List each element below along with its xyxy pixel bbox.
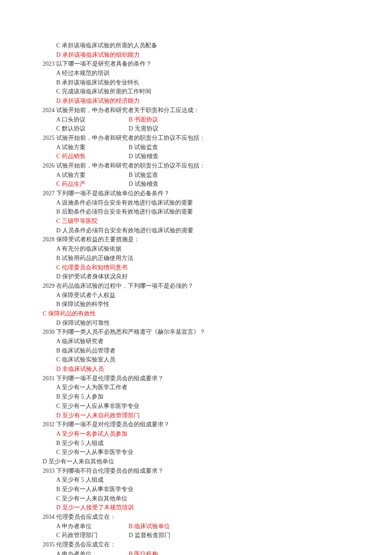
option-text: 承担该项临床试验的专业特长	[62, 79, 139, 86]
option-text: 药品生产	[62, 181, 86, 187]
option-label: D	[129, 532, 135, 538]
question-line: 2027 下列哪一项不是临床试验单位的必备条件？	[43, 189, 358, 198]
option-text: 至少有一人为医学工作者	[62, 384, 127, 390]
option-label: A	[56, 292, 62, 298]
option: D 监督检查部门	[129, 531, 170, 540]
question-line: 2033 下列哪项不符合伦理委员会的组成要求？	[43, 466, 358, 476]
option-label: A	[56, 477, 62, 483]
option-text: 书面协议	[134, 116, 158, 123]
option-text: 三级甲等医院	[62, 218, 98, 224]
option-text: 承担该项临床试验的经济能力	[62, 98, 140, 104]
option: B 至少有一人从事非医学专业	[43, 485, 358, 494]
option: A 申办者单位	[56, 549, 129, 555]
question-number: 2031	[43, 375, 56, 382]
question-text: 伦理委员会应成立在：	[56, 514, 116, 520]
option-row: C 药品销售D 试验稽查	[43, 152, 358, 161]
option: A 申办者单位	[56, 522, 129, 531]
question-number: 2030	[43, 329, 56, 335]
option-label: B	[56, 393, 62, 400]
option-label: C	[56, 88, 62, 95]
option-row: C 药品生产D 试验稽查	[43, 179, 358, 189]
option-label: B	[56, 255, 62, 261]
option-label: C	[56, 495, 62, 502]
option-label: C	[56, 449, 62, 455]
option-label: B	[129, 551, 134, 555]
option: C 至少有一人应从事非医学专业	[43, 402, 358, 411]
option: D 试验稽查	[129, 179, 159, 189]
option: B 试验监查	[129, 171, 158, 180]
question-text: 试验开始前，申办者和研究者的职责分工协议不应包括：	[56, 135, 205, 141]
option-row: A 申办者单位B 临床试验单位	[43, 522, 358, 531]
question-line: 2030 下列哪一类人员不必熟悉和严格遵守《赫尔辛基宣言》？	[43, 327, 358, 337]
option-text: 试验用药品的正确使用方法	[62, 255, 133, 261]
option: D 至少有一人来自药政管理部门	[43, 411, 358, 420]
option-text: 后勤条件必须符合安全有效地进行临床试验的需要	[62, 208, 193, 215]
option-text: 完成该项临床试验所需的工作时间	[62, 88, 151, 95]
option: D 保障试验的可靠性	[43, 318, 358, 328]
option-label: B	[56, 208, 62, 215]
option: D 人员条件必须符合安全有效地进行临床试验的需要	[43, 226, 358, 235]
question-line: 2035 伦理委员会应成立在：	[43, 540, 358, 549]
option-text: 临床试验单位	[134, 523, 170, 529]
option-text: 至少有一名参试人员参加	[62, 431, 127, 437]
option-label: D	[56, 227, 62, 234]
question-number: 2025	[43, 135, 56, 141]
option: B 保障试验的科学性	[43, 300, 358, 309]
option-text: 人员条件必须符合安全有效地进行临床试验的需要	[62, 227, 193, 234]
option-text: 至少有一人来自其他单位	[62, 495, 127, 502]
question-text: 下列哪一项不是对伦理委员会的组成要求？	[56, 421, 170, 428]
question-text: 下列哪项不符合伦理委员会的组成要求？	[56, 468, 164, 474]
option: C 承担该项临床试验的所需的人员配备	[43, 41, 358, 50]
question-text: 下列哪一类人员不必熟悉和严格遵守《赫尔辛基宣言》？	[56, 329, 205, 335]
option-text: 试验方案	[62, 144, 86, 150]
option-row: C 默认协议D 无需协议	[43, 124, 358, 133]
question-text: 下列哪一项不是临床试验单位的必备条件？	[56, 190, 170, 197]
option: A 保障受试者个人权益	[43, 291, 358, 300]
question-line: 2023 以下哪一项不是研究者具备的条件？	[43, 59, 358, 69]
option: A 有充分的临床试验依据	[43, 244, 358, 254]
option: C 药品生产	[56, 179, 129, 189]
option: D 试验稽查	[129, 152, 159, 161]
question-number: 2033	[43, 468, 56, 474]
option-label: C	[56, 218, 62, 224]
option-label: D	[43, 458, 49, 465]
option: C 至少有一人来自其他单位	[43, 494, 358, 503]
question-number: 2027	[43, 190, 56, 197]
question-line: 2024 试验开始前，申办者和研究者关于职责和分工应达成：	[43, 106, 358, 115]
option-label: D	[56, 412, 62, 419]
option-text: 口头协议	[62, 116, 86, 123]
option: C 伦理委员会和知情同意书	[43, 263, 358, 272]
option: C 临床试验实验室人员	[43, 355, 358, 364]
option-label: A	[56, 523, 62, 529]
option-text: 设施条件必须符合安全有效地进行临床试验的需要	[62, 199, 193, 206]
question-line: 2028 保障受试者权益的主要措施是：	[43, 235, 358, 244]
option: D 非临床试验人员	[43, 364, 358, 374]
option-text: 非临床试验人员	[62, 366, 104, 372]
option: C 三级甲等医院	[43, 217, 358, 226]
option: B 医疗机构	[129, 549, 158, 555]
option: D 承担该项临床试验的组织能力	[43, 50, 358, 60]
option-row: A 申办者单位B 医疗机构	[43, 549, 358, 555]
option-label: C	[56, 532, 62, 538]
option-label: D	[129, 125, 135, 132]
option-label: C	[56, 181, 62, 187]
option-label: D	[56, 52, 62, 58]
option-label: C	[56, 403, 62, 409]
option-label: A	[56, 431, 62, 437]
question-number: 2026	[43, 162, 56, 169]
option-label: B	[56, 486, 62, 492]
option-text: 经过本规范的培训	[62, 70, 110, 76]
option-text: 至少有 5 人参加	[62, 393, 104, 400]
option-label: D	[56, 504, 62, 511]
option: C 药品销售	[56, 152, 129, 161]
question-text: 伦理委员会应成立在：	[56, 541, 116, 548]
option: D 至少一人接受了本规范培训	[43, 503, 358, 512]
option-text: 至少有一人应从事非医学专业	[62, 403, 139, 409]
question-number: 2023	[43, 61, 56, 67]
option: C 默认协议	[56, 124, 129, 133]
exam-page: C 承担该项临床试验的所需的人员配备D 承担该项临床试验的组织能力2023 以下…	[43, 41, 358, 555]
option-label: A	[56, 70, 62, 76]
option: A 至少有一人为医学工作者	[43, 383, 358, 392]
option: D 承担该项临床试验的经济能力	[43, 96, 358, 106]
option-label: D	[129, 181, 135, 187]
